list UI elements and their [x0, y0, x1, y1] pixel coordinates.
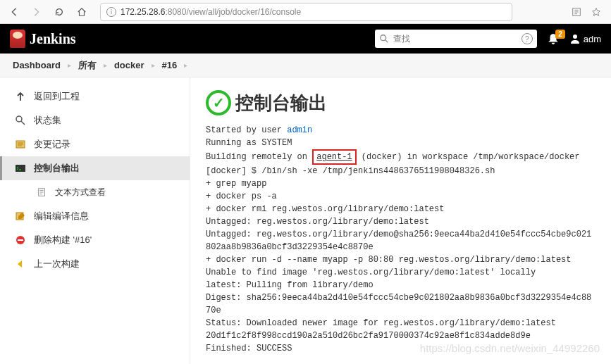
svg-point-7 — [16, 116, 22, 122]
url-path: :8080/view/all/job/docker/16/console — [165, 7, 301, 17]
sidebar-item-label: 上一次构建 — [34, 258, 80, 270]
sidebar-item-label: 变更记录 — [34, 138, 70, 151]
user-menu[interactable]: adm — [569, 33, 601, 44]
search-box[interactable]: ? — [375, 30, 537, 48]
reload-button[interactable] — [49, 2, 69, 22]
chevron-right-icon: ▸ — [104, 61, 107, 69]
home-button[interactable] — [72, 2, 92, 22]
notifications-button[interactable]: 2 — [547, 32, 560, 45]
sidebar: 返回到工程 状态集 变更记录 控制台输出 文本方式查看 编辑编译信息 删除构建 … — [0, 77, 190, 364]
previous-icon — [14, 258, 27, 270]
jenkins-brand-text: Jenkins — [30, 31, 76, 47]
search-icon — [379, 34, 389, 44]
info-icon: i — [106, 7, 116, 17]
console-output: Started by user admin Running as SYSTEM … — [206, 124, 595, 355]
svg-point-4 — [380, 35, 385, 41]
agent-highlight: agent-1 — [312, 149, 356, 165]
svg-rect-13 — [16, 165, 25, 172]
sidebar-item-back-to-project[interactable]: 返回到工程 — [0, 84, 190, 108]
sidebar-item-label: 状态集 — [34, 114, 61, 127]
sidebar-item-console-output[interactable]: 控制台输出 — [0, 156, 190, 180]
svg-line-5 — [385, 40, 388, 43]
sidebar-item-plain-text[interactable]: 文本方式查看 — [0, 180, 190, 204]
main-content: ✓ 控制台输出 Started by user admin Running as… — [190, 77, 611, 364]
reader-icon[interactable] — [572, 7, 581, 17]
jenkins-logo-icon — [10, 30, 25, 48]
notification-badge: 2 — [555, 30, 565, 39]
document-icon — [35, 186, 48, 199]
terminal-icon — [14, 162, 27, 175]
chevron-right-icon: ▸ — [68, 61, 71, 69]
sidebar-item-label: 文本方式查看 — [55, 187, 106, 199]
forward-button[interactable] — [27, 2, 47, 22]
search-input[interactable] — [393, 34, 519, 44]
breadcrumb-docker[interactable]: docker — [114, 60, 144, 70]
breadcrumb: Dashboard ▸ 所有 ▸ docker ▸ #16 ▸ — [0, 54, 611, 77]
breadcrumb-all[interactable]: 所有 — [78, 59, 97, 72]
sidebar-item-changes[interactable]: 变更记录 — [0, 132, 190, 156]
bookmark-icon[interactable] — [591, 7, 601, 17]
svg-point-6 — [573, 34, 577, 39]
svg-line-8 — [21, 121, 25, 125]
sidebar-item-label: 删除构建 '#16' — [34, 234, 92, 246]
edit-icon — [14, 210, 27, 222]
sidebar-item-delete-build[interactable]: 删除构建 '#16' — [0, 228, 190, 252]
page-title: 控制台输出 — [235, 91, 327, 115]
breadcrumb-build[interactable]: #16 — [162, 60, 178, 70]
sidebar-item-status[interactable]: 状态集 — [0, 108, 190, 132]
chevron-right-icon: ▸ — [152, 61, 155, 69]
jenkins-header: Jenkins ? 2 adm — [0, 24, 611, 54]
browser-toolbar: i 172.25.28.6:8080/view/all/job/docker/1… — [0, 0, 611, 24]
success-icon: ✓ — [206, 90, 231, 115]
agent-link[interactable]: agent-1 — [316, 152, 352, 162]
jenkins-logo[interactable]: Jenkins — [10, 30, 76, 48]
url-host: 172.25.28.6 — [121, 7, 165, 17]
url-bar[interactable]: i 172.25.28.6:8080/view/all/job/docker/1… — [100, 3, 512, 21]
sidebar-item-label: 返回到工程 — [34, 90, 80, 103]
sidebar-item-previous-build[interactable]: 上一次构建 — [0, 252, 190, 276]
delete-icon — [14, 234, 27, 246]
sidebar-item-edit-build-info[interactable]: 编辑编译信息 — [0, 204, 190, 228]
breadcrumb-dashboard[interactable]: Dashboard — [13, 60, 61, 70]
sidebar-item-label: 编辑编译信息 — [34, 210, 89, 222]
chevron-right-icon: ▸ — [184, 61, 187, 69]
user-link[interactable]: admin — [287, 125, 312, 135]
page-title-row: ✓ 控制台输出 — [206, 90, 595, 115]
back-button[interactable] — [4, 2, 24, 22]
up-arrow-icon — [14, 90, 27, 103]
user-icon — [569, 33, 581, 44]
magnifier-icon — [14, 114, 27, 127]
search-help-icon[interactable]: ? — [521, 33, 533, 44]
list-icon — [14, 138, 27, 151]
sidebar-item-label: 控制台输出 — [34, 162, 80, 175]
username: adm — [584, 34, 601, 44]
